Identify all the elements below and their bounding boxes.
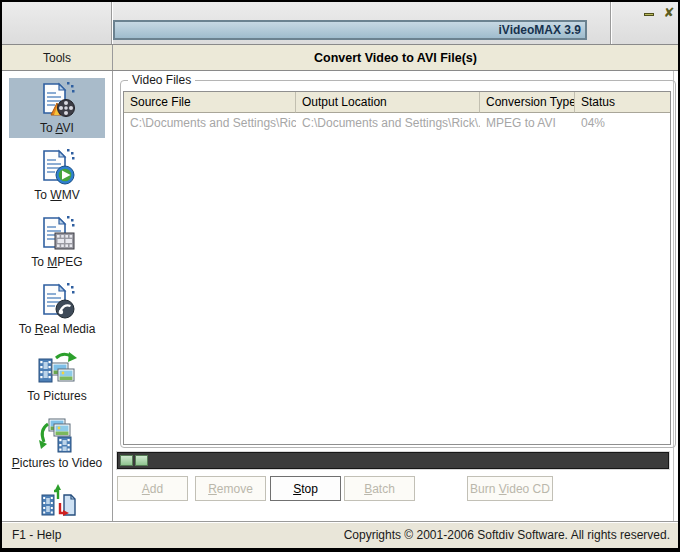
application-window: iVideoMAX 3.9 ✘ Tools Convert Video to A… xyxy=(0,0,680,552)
batch-button[interactable]: Batch xyxy=(344,476,415,501)
sidebar-item-to-mpeg[interactable]: To MPEG xyxy=(9,212,105,272)
sidebar-item-pictures-to-video[interactable]: Pictures to Video xyxy=(9,413,105,473)
cell-conversion-type: MPEG to AVI xyxy=(480,113,575,131)
add-button[interactable]: Add xyxy=(117,476,188,501)
sidebar-item-label: To Real Media xyxy=(19,322,96,336)
minimize-button[interactable] xyxy=(641,7,657,21)
sidebar-item-to-wmv[interactable]: To WMV xyxy=(9,145,105,205)
to-real-media-icon xyxy=(36,281,78,321)
app-title: iVideoMAX 3.9 xyxy=(499,23,581,37)
burn-video-cd-button[interactable]: Burn Video CD xyxy=(467,476,553,501)
status-bar: F1 - Help Copyrights © 2001-2006 Softdiv… xyxy=(2,521,678,548)
sidebar-item-to-pictures[interactable]: To Pictures xyxy=(9,346,105,406)
body: To AVI To WMV xyxy=(2,71,678,521)
to-avi-icon xyxy=(36,80,78,120)
to-pictures-icon xyxy=(36,348,78,388)
page-title: Convert Video to AVI File(s) xyxy=(113,45,678,70)
sidebar: To AVI To WMV xyxy=(2,71,113,521)
titlebar[interactable]: iVideoMAX 3.9 ✘ xyxy=(2,2,678,44)
progress-bar xyxy=(117,452,669,469)
list-header-row: Source File Output Location Conversion T… xyxy=(124,92,670,113)
cell-output-location: C:\Documents and Settings\Rick\... xyxy=(296,113,480,131)
to-mpeg-icon xyxy=(36,214,78,254)
sidebar-item-label: To MPEG xyxy=(31,255,82,269)
sidebar-item-label: Pictures to Video xyxy=(12,456,103,470)
app-title-bar[interactable]: iVideoMAX 3.9 xyxy=(113,20,587,40)
titlebar-divider-right xyxy=(610,2,612,44)
cell-source-file: C:\Documents and Settings\Rick\... xyxy=(124,113,296,131)
header-row: Tools Convert Video to AVI File(s) xyxy=(2,44,678,71)
sidebar-item-to-real-media[interactable]: To Real Media xyxy=(9,279,105,339)
pictures-to-video-icon xyxy=(36,415,78,455)
column-header-status[interactable]: Status xyxy=(575,92,670,113)
table-row[interactable]: C:\Documents and Settings\Rick\... C:\Do… xyxy=(124,113,670,131)
stop-button[interactable]: Stop xyxy=(270,476,341,501)
sidebar-item-label: To WMV xyxy=(34,188,79,202)
split-join-video-icon xyxy=(36,482,78,522)
sidebar-item-label: To Pictures xyxy=(27,389,86,403)
column-header-conversion-type[interactable]: Conversion Type xyxy=(480,92,575,113)
remove-button[interactable]: Remove xyxy=(195,476,266,501)
sidebar-item-label: To AVI xyxy=(40,121,74,135)
cell-status: 04% xyxy=(575,113,670,131)
tools-header: Tools xyxy=(2,45,113,70)
column-header-source-file[interactable]: Source File xyxy=(124,92,296,113)
close-button[interactable]: ✘ xyxy=(661,5,677,19)
help-hint: F1 - Help xyxy=(2,528,61,542)
video-files-label: Video Files xyxy=(128,73,195,87)
to-wmv-icon xyxy=(36,147,78,187)
conversion-list: Source File Output Location Conversion T… xyxy=(123,91,671,445)
minimize-icon xyxy=(644,13,654,16)
copyright-text: Copyrights © 2001-2006 Softdiv Software.… xyxy=(344,528,678,542)
column-header-output-location[interactable]: Output Location xyxy=(296,92,480,113)
sidebar-item-to-avi[interactable]: To AVI xyxy=(9,78,105,138)
close-icon: ✘ xyxy=(664,6,675,19)
